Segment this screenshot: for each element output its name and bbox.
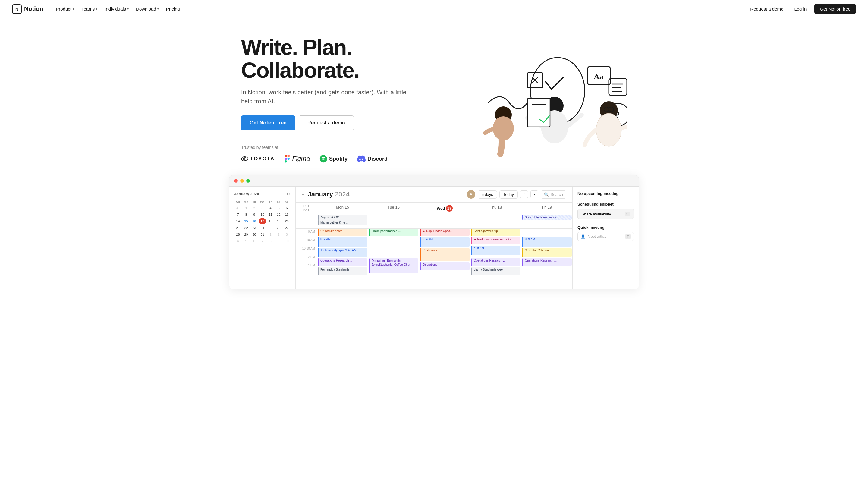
mini-cal-prev[interactable]: ‹	[287, 191, 288, 196]
post-launch-event[interactable]: Post-Launc...	[420, 248, 470, 261]
mini-day[interactable]: 16	[250, 218, 258, 224]
svg-rect-15	[609, 79, 627, 95]
login-button[interactable]: Log in	[791, 4, 809, 13]
liam-stephanie-event[interactable]: Liam / Stephanie wee...	[471, 267, 521, 275]
window-maximize-dot[interactable]	[246, 179, 250, 183]
mini-day[interactable]: 10	[258, 212, 266, 218]
mini-day[interactable]: 13	[283, 212, 290, 218]
mini-day[interactable]: 3	[283, 232, 290, 238]
ops-research-fri-event[interactable]: Operations Research ...	[522, 258, 572, 266]
nav-right: Request a demo Log in Get Notion free	[747, 4, 856, 14]
calendar-body: January 2024 ‹ › Su Mo Tu We Th Fr Sa 31	[229, 187, 639, 289]
navbar: N Notion Product ▾ Teams ▾ Individuals ▾…	[0, 0, 868, 18]
meet-shortcut: F	[625, 234, 630, 239]
mini-day[interactable]: 9	[275, 238, 282, 244]
mini-day[interactable]: 22	[242, 225, 250, 231]
mini-day[interactable]: 30	[250, 232, 258, 238]
dept-heads-event[interactable]: ★ Dept Heads Upda...	[420, 229, 470, 236]
mini-day[interactable]: 27	[283, 225, 290, 231]
mini-day[interactable]: 4	[267, 205, 274, 211]
ops-research-tue-event[interactable]: Operations Research: John:Stephanie: Cof…	[369, 258, 418, 273]
nav-link-individuals[interactable]: Individuals ▾	[101, 4, 132, 13]
mini-day[interactable]: 29	[242, 232, 250, 238]
get-notion-free-hero-button[interactable]: Get Notion free	[241, 115, 295, 130]
mini-day[interactable]: 1	[242, 205, 250, 211]
8-9am-event-mon[interactable]: 8–9 AM	[318, 237, 367, 247]
prev-arrow-button[interactable]: ‹	[520, 190, 528, 198]
fernando-stephanie-event[interactable]: Fernando / Stephanie	[318, 267, 367, 275]
mini-day[interactable]: 6	[283, 205, 290, 211]
mini-day[interactable]: 2	[275, 232, 282, 238]
8-9am-event-fri[interactable]: 8–9 AM	[522, 237, 572, 247]
salvador-stephanie-event[interactable]: Salvador / Stephan...	[522, 248, 572, 257]
get-notion-free-nav-button[interactable]: Get Notion free	[814, 4, 856, 14]
mini-day[interactable]: 7	[258, 238, 266, 244]
mini-day[interactable]: 7	[234, 212, 242, 218]
mini-day[interactable]: 31	[258, 232, 266, 238]
window-minimize-dot[interactable]	[240, 179, 244, 183]
8-9am-event-thu[interactable]: 8–9 AM	[471, 246, 521, 255]
mini-day[interactable]: 4	[234, 238, 242, 244]
mini-day[interactable]: 8	[242, 212, 250, 218]
mini-day[interactable]: 18	[267, 218, 274, 224]
nav-link-teams[interactable]: Teams ▾	[79, 4, 100, 13]
nav-link-pricing[interactable]: Pricing	[163, 4, 183, 13]
mini-day[interactable]: 9	[250, 212, 258, 218]
mini-day[interactable]: 14	[234, 218, 242, 224]
mini-day[interactable]: 1	[267, 232, 274, 238]
mini-day[interactable]: 19	[275, 218, 282, 224]
mini-day[interactable]: 2	[250, 205, 258, 211]
user-avatar[interactable]: A	[467, 190, 475, 198]
request-demo-hero-button[interactable]: Request a demo	[299, 115, 354, 130]
mini-day[interactable]: 21	[234, 225, 242, 231]
tools-weekly-sync-event[interactable]: Tools weekly sync 9:45 AM	[318, 248, 367, 257]
mini-day[interactable]: 6	[250, 238, 258, 244]
mini-day[interactable]: 28	[234, 232, 242, 238]
mini-day[interactable]: 23	[250, 225, 258, 231]
mini-day[interactable]: 11	[267, 212, 274, 218]
calendar-search[interactable]: 🔍 Search	[541, 190, 566, 198]
q4-results-event[interactable]: Q4 results share	[318, 229, 367, 236]
allday-event-hotel[interactable]: Stay: Hotel Panamerican	[522, 215, 572, 220]
share-availability-button[interactable]: Share availability S	[578, 209, 634, 219]
hero-section: Write. Plan. Collaborate. In Notion, wor…	[217, 18, 651, 175]
mini-day[interactable]: 26	[275, 225, 282, 231]
mini-day[interactable]: 3	[258, 205, 266, 211]
mini-day[interactable]: 25	[267, 225, 274, 231]
nav-link-download[interactable]: Download ▾	[133, 4, 162, 13]
svg-rect-27	[527, 98, 550, 127]
mini-day[interactable]: 15	[242, 218, 250, 224]
mini-cal-next[interactable]: ›	[289, 191, 290, 196]
figma-logo: Figma	[284, 155, 310, 163]
mini-day-today[interactable]: 17	[258, 218, 266, 224]
performance-review-event[interactable]: ★ Performance review talks	[471, 237, 521, 244]
nav-link-product[interactable]: Product ▾	[53, 4, 77, 13]
operations-wed-event[interactable]: Operations	[420, 263, 470, 270]
mini-day[interactable]: 10	[283, 238, 290, 244]
mini-day[interactable]: 20	[283, 218, 290, 224]
next-arrow-button[interactable]: ›	[530, 190, 538, 198]
mini-day-header-sa: Sa	[283, 200, 290, 204]
hero-left: Write. Plan. Collaborate. In Notion, wor…	[241, 36, 410, 163]
allday-event-mlk[interactable]: Martin Luther King ...	[318, 220, 367, 225]
mini-day[interactable]: 5	[275, 205, 282, 211]
today-button[interactable]: Today	[499, 190, 518, 198]
mini-day[interactable]: 31	[234, 205, 242, 211]
window-close-dot[interactable]	[234, 179, 238, 183]
mini-day[interactable]: 5	[242, 238, 250, 244]
main-cal-header: + January 2024 A 5 days Today ‹ › 🔍	[296, 187, 572, 203]
ops-research-thu-event[interactable]: Operations Research ...	[471, 258, 521, 266]
ops-research-mon-event[interactable]: Operations Research ...	[318, 258, 367, 266]
days-view-button[interactable]: 5 days	[478, 190, 497, 198]
mini-day[interactable]: 12	[275, 212, 282, 218]
finish-performance-event[interactable]: Finish performance ...	[369, 229, 418, 236]
meet-with-input[interactable]: 👤 Meet with... F	[578, 232, 634, 241]
santiago-trip-event[interactable]: Santiago work trip!	[471, 229, 521, 236]
mini-day[interactable]: 24	[258, 225, 266, 231]
right-panel: No upcoming meeting Scheduling snippet S…	[572, 187, 639, 289]
nav-logo[interactable]: N Notion	[12, 4, 43, 14]
mini-day[interactable]: 8	[267, 238, 274, 244]
allday-event-augusto[interactable]: Augusto OOO	[318, 215, 367, 220]
8-9am-event-wed[interactable]: 8–9 AM	[420, 237, 470, 247]
request-demo-button[interactable]: Request a demo	[747, 4, 786, 13]
